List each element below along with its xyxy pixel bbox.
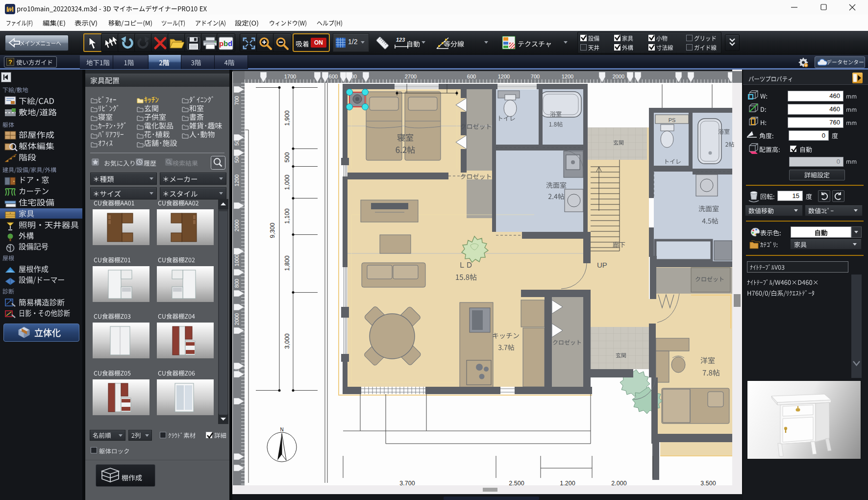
svg-text:9,300: 9,300 <box>269 223 276 238</box>
svg-text:1,100: 1,100 <box>284 208 291 224</box>
svg-text:1,800: 1,800 <box>284 255 291 271</box>
svg-text:500: 500 <box>284 152 291 163</box>
svg-text:b: b <box>223 39 228 48</box>
svg-text:1200: 1200 <box>234 175 240 186</box>
svg-text:800: 800 <box>234 279 240 288</box>
svg-text:N: N <box>280 427 283 432</box>
svg-text:123: 123 <box>396 37 405 43</box>
svg-text:2000: 2000 <box>234 220 240 231</box>
svg-text:1200: 1200 <box>562 74 573 79</box>
svg-text:2000: 2000 <box>613 74 624 79</box>
svg-text:1,900: 1,900 <box>284 110 291 125</box>
svg-text:UP: UP <box>597 261 607 269</box>
svg-text:3,000: 3,000 <box>284 333 291 349</box>
svg-text:600: 600 <box>467 74 476 79</box>
svg-text:2000: 2000 <box>234 313 240 325</box>
svg-text:p: p <box>219 39 223 48</box>
svg-text:700: 700 <box>531 74 540 79</box>
svg-text:1000: 1000 <box>234 254 240 266</box>
svg-text:PS: PS <box>669 117 676 123</box>
svg-text:700: 700 <box>234 96 240 105</box>
svg-text:1200: 1200 <box>498 74 510 79</box>
svg-text:2700: 2700 <box>405 74 417 79</box>
svg-text:1700: 1700 <box>284 74 296 79</box>
svg-text:600: 600 <box>329 74 338 79</box>
svg-text:1,000: 1,000 <box>284 175 291 190</box>
svg-text:d: d <box>228 39 232 48</box>
